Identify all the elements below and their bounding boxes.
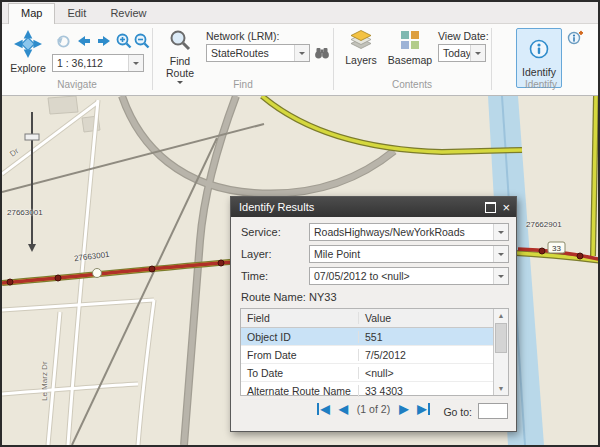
- dialog-titlebar[interactable]: Identify Results ×: [231, 197, 516, 217]
- table-header: Field Value: [241, 309, 508, 328]
- chevron-down-icon[interactable]: [493, 224, 508, 240]
- route-shield-left: [93, 269, 102, 278]
- dialog-title: Identify Results: [239, 201, 314, 213]
- group-label-find: Find: [154, 79, 332, 90]
- time-combo[interactable]: 07/05/2012 to <null>: [309, 267, 509, 285]
- layer-label: Layer:: [241, 248, 272, 260]
- zoom-out-icon[interactable]: [133, 32, 151, 50]
- scroll-up-icon[interactable]: ▲: [494, 309, 508, 322]
- layers-button[interactable]: Layers: [340, 28, 382, 84]
- table-scrollbar[interactable]: ▲ ▼: [493, 309, 508, 395]
- layers-label: Layers: [340, 54, 382, 66]
- slider-handle[interactable]: [25, 134, 39, 140]
- explore-button[interactable]: Explore: [6, 28, 50, 86]
- cell-value: 551: [359, 331, 508, 343]
- layers-icon: [350, 36, 372, 53]
- find-route-label-line1: Find: [160, 55, 200, 67]
- previous-extent-icon[interactable]: [54, 32, 72, 50]
- explore-compass-icon: [14, 44, 42, 61]
- binoculars-icon[interactable]: [313, 44, 331, 62]
- table-row[interactable]: From Date 7/5/2012: [241, 346, 508, 364]
- identify-route-icon[interactable]: [566, 29, 584, 47]
- close-icon[interactable]: ×: [502, 201, 510, 214]
- table-row[interactable]: To Date <null>: [241, 364, 508, 382]
- view-date-combo[interactable]: Today: [438, 44, 486, 62]
- cell-value: 33 4303: [359, 385, 508, 397]
- find-route-magnifier-icon: [169, 37, 191, 54]
- scale-combo[interactable]: 1 : 36,112: [52, 54, 144, 72]
- cell-value: <null>: [359, 367, 508, 379]
- group-divider: [152, 28, 153, 90]
- identify-label: Identify: [522, 66, 556, 78]
- cell-field: From Date: [241, 349, 359, 361]
- group-label-identify: Identify: [491, 79, 591, 90]
- identify-icon: [529, 39, 549, 63]
- basemap-button[interactable]: Basemap: [386, 28, 434, 84]
- map-label-route-id-left: 27663001: [7, 208, 43, 217]
- table-row[interactable]: Object ID 551: [241, 328, 508, 346]
- network-lrm-label: Network (LRM):: [206, 30, 280, 42]
- application-window: Map Edit Review Explore: [0, 0, 600, 447]
- pagination: ◀ ◀ (1 of 2) ▶ ▶: [231, 403, 516, 415]
- network-lrm-value: StateRoutes: [207, 47, 294, 59]
- next-page-button[interactable]: ▶: [399, 403, 408, 415]
- zoom-in-icon[interactable]: [115, 32, 133, 50]
- scroll-down-icon[interactable]: ▼: [494, 382, 508, 395]
- first-page-button[interactable]: ◀: [317, 403, 329, 415]
- tab-map[interactable]: Map: [8, 3, 55, 24]
- view-date-value: Today: [439, 47, 470, 59]
- map-label-route-id-right: 27662901: [526, 220, 562, 229]
- basemap-icon: [400, 36, 420, 53]
- service-value: RoadsHighways/NewYorkRoads: [310, 226, 493, 238]
- table-row[interactable]: Alternate Route Name 33 4303: [241, 382, 508, 400]
- time-value: 07/05/2012 to <null>: [310, 270, 493, 282]
- route-shield-right: 33: [548, 242, 565, 253]
- ribbon-tabstrip: Map Edit Review: [2, 2, 598, 24]
- layer-value: Mile Point: [310, 248, 493, 260]
- tab-edit[interactable]: Edit: [55, 4, 98, 23]
- goto-label: Go to:: [443, 406, 472, 418]
- maximize-icon[interactable]: [485, 202, 496, 213]
- view-date-label: View Date:: [438, 30, 489, 42]
- group-label-navigate: Navigate: [2, 79, 152, 90]
- forward-arrow-icon[interactable]: [95, 32, 113, 50]
- cell-field: Alternate Route Name: [241, 385, 359, 397]
- chevron-down-icon[interactable]: [470, 45, 485, 61]
- network-lrm-combo[interactable]: StateRoutes: [206, 44, 310, 62]
- explore-label: Explore: [6, 62, 50, 74]
- route-name-value: NY33: [309, 291, 337, 303]
- service-label: Service:: [241, 226, 281, 238]
- tab-review[interactable]: Review: [98, 4, 158, 23]
- attributes-table: Field Value Object ID 551 From Date 7/5/…: [240, 308, 509, 396]
- cell-field: Object ID: [241, 331, 359, 343]
- scale-value: 1 : 36,112: [53, 57, 128, 69]
- layer-combo[interactable]: Mile Point: [309, 245, 509, 263]
- chevron-down-icon[interactable]: [493, 246, 508, 262]
- back-arrow-icon[interactable]: [75, 32, 93, 50]
- chevron-down-icon[interactable]: [128, 55, 143, 71]
- chevron-down-icon[interactable]: [493, 268, 508, 284]
- scroll-thumb[interactable]: [495, 323, 507, 353]
- page-status: (1 of 2): [357, 403, 390, 415]
- basemap-label: Basemap: [386, 54, 434, 66]
- chevron-down-icon[interactable]: [294, 45, 309, 61]
- group-label-contents: Contents: [334, 79, 490, 90]
- previous-page-button[interactable]: ◀: [339, 403, 348, 415]
- header-field: Field: [241, 312, 359, 324]
- service-combo[interactable]: RoadsHighways/NewYorkRoads: [309, 223, 509, 241]
- identify-results-dialog: Identify Results × Service: RoadsHighway…: [230, 196, 517, 432]
- route-name-label: Route Name:: [241, 291, 306, 303]
- cell-field: To Date: [241, 367, 359, 379]
- ribbon: Map Edit Review Explore: [2, 2, 598, 96]
- header-value: Value: [359, 312, 508, 324]
- map-label-le-marz-dr: Le Marz Dr: [40, 361, 49, 401]
- goto-input[interactable]: [478, 403, 508, 419]
- cell-value: 7/5/2012: [359, 349, 508, 361]
- find-route-label-line2: Route: [160, 67, 200, 79]
- time-label: Time:: [241, 270, 268, 282]
- route-shield-number: 33: [552, 244, 561, 253]
- last-page-button[interactable]: ▶: [417, 403, 429, 415]
